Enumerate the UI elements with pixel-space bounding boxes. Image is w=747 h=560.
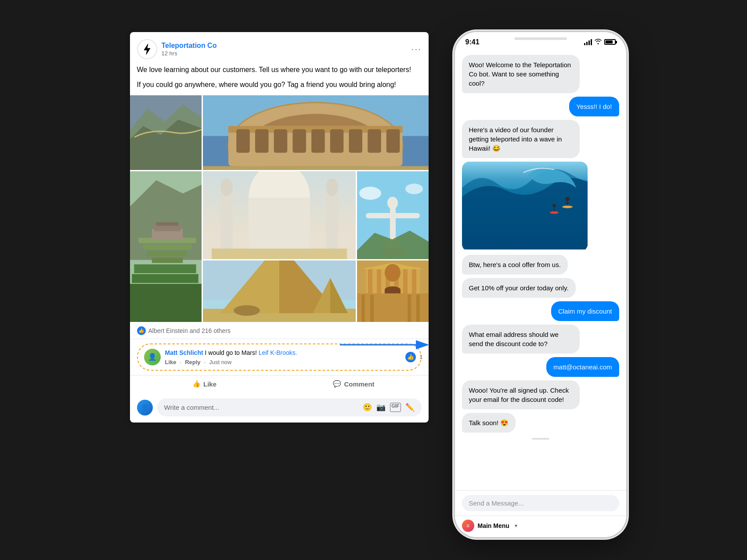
thumbs-up-icon: 👍	[192, 380, 201, 388]
signal-bar-1	[584, 43, 585, 45]
main-menu-icon: ≡	[462, 520, 474, 532]
bot-message-video: Here's a video of our founder getting te…	[462, 120, 580, 158]
scroll-indicator	[532, 438, 549, 440]
svg-rect-26	[326, 189, 338, 250]
svg-point-40	[405, 184, 423, 194]
svg-rect-51	[132, 274, 198, 283]
comment-icon: 💬	[333, 380, 341, 388]
facebook-post: Teleportation Co 12 hrs ··· We love lear…	[130, 32, 429, 423]
sticker-icon[interactable]: ✏️	[405, 403, 415, 412]
phone-time: 9:41	[466, 38, 480, 46]
svg-rect-61	[412, 269, 416, 293]
comment-tag: Leif K-Brooks.	[259, 349, 297, 356]
svg-rect-57	[377, 269, 381, 293]
svg-marker-0	[144, 44, 150, 54]
svg-rect-56	[368, 269, 372, 293]
current-user-avatar: 👤	[137, 400, 153, 415]
svg-point-35	[387, 197, 398, 209]
like-icon: 👍	[137, 326, 146, 335]
pyramid-image	[203, 260, 356, 322]
fb-reactions-bar: 👍 Albert Einstein and 216 others	[130, 322, 429, 339]
comment-like-link[interactable]: Like	[165, 359, 177, 365]
fb-page-avatar	[137, 39, 157, 59]
svg-rect-16	[349, 129, 362, 152]
user-message-email: matt@octaneai.com	[546, 357, 619, 377]
svg-point-78	[234, 305, 260, 316]
svg-point-27	[326, 178, 338, 196]
svg-point-86	[552, 204, 556, 207]
svg-point-25	[220, 178, 233, 196]
comment-reply-link[interactable]: Reply	[185, 359, 200, 365]
comment-actions: Like · Reply · Just now	[165, 359, 415, 365]
bot-message-email-ask: What email address should we send the di…	[462, 325, 580, 354]
fb-post-header: Teleportation Co 12 hrs ···	[137, 39, 422, 59]
svg-rect-13	[292, 129, 306, 152]
svg-point-39	[359, 187, 381, 200]
svg-rect-10	[236, 129, 250, 152]
christ-redeemer-image	[357, 171, 429, 259]
great-wall-image	[130, 95, 202, 170]
camera-icon[interactable]: 📷	[376, 403, 386, 412]
svg-rect-24	[220, 189, 233, 250]
svg-point-65	[385, 286, 401, 293]
svg-rect-46	[152, 257, 183, 263]
comment-content: I would go to Mars!	[205, 349, 259, 356]
emoji-icon[interactable]: 🙂	[363, 403, 372, 412]
phone-status-bar: 9:41	[455, 32, 626, 50]
user-message-claim[interactable]: Claim my discount	[551, 301, 619, 321]
svg-point-82	[565, 197, 570, 201]
svg-point-85	[562, 206, 573, 208]
fb-page-info: Teleportation Co 12 hrs	[137, 39, 217, 59]
comment-like-count: 1	[419, 354, 422, 360]
svg-rect-28	[212, 249, 347, 259]
svg-point-88	[550, 211, 559, 214]
bot-message-offer-1: Btw, here's a cool offer from us.	[462, 255, 568, 275]
fb-action-bar: 👍 Like 💬 Comment	[130, 375, 429, 392]
fb-comment-button[interactable]: 💬 Comment	[279, 376, 429, 392]
fb-like-button[interactable]: 👍 Like	[130, 376, 279, 392]
fb-post-text: We love learning about our customers. Te…	[137, 65, 422, 90]
bot-message-confirm: Wooo! You're all signed up. Check your e…	[462, 380, 580, 409]
fb-comment-input-row: 👤 Write a comment... 🙂 📷 GIF ✏️	[130, 394, 429, 423]
svg-rect-70	[416, 295, 420, 322]
main-menu-bar[interactable]: ≡ Main Menu ▾	[455, 516, 626, 537]
battery-fill	[606, 40, 613, 43]
fb-more-button[interactable]: ···	[411, 44, 422, 54]
gif-icon[interactable]: GIF	[390, 403, 401, 412]
comment-author: Matt Schlicht	[165, 349, 203, 356]
comment-placeholder: Write a comment...	[164, 404, 220, 411]
svg-point-63	[385, 264, 401, 282]
comment-text: Matt Schlicht I would go to Mars! Leif K…	[165, 349, 415, 358]
svg-rect-45	[147, 251, 187, 256]
svg-rect-14	[311, 129, 325, 152]
svg-rect-60	[403, 269, 408, 293]
comment-emoji-icons: 🙂 📷 GIF ✏️	[363, 403, 414, 412]
svg-rect-34	[366, 213, 420, 218]
battery-icon	[604, 39, 616, 45]
signal-bar-2	[586, 42, 588, 45]
signal-bars	[584, 39, 592, 45]
svg-rect-33	[390, 206, 396, 242]
svg-rect-49	[156, 222, 178, 226]
svg-rect-23	[249, 198, 310, 250]
comment-time: Just now	[209, 359, 231, 365]
user-message-yes: Yesss!! I do!	[569, 97, 619, 116]
messenger-chat: Woo! Welcome to the Teleportation Co bot…	[455, 50, 626, 490]
taj-mahal-image	[203, 171, 356, 259]
signal-bar-4	[591, 39, 592, 45]
comment-like-bubble: 👍	[404, 351, 417, 363]
svg-rect-12	[274, 129, 287, 152]
svg-rect-11	[255, 129, 268, 152]
messenger-input[interactable]: Send a Message...	[462, 495, 619, 511]
svg-rect-50	[134, 264, 196, 273]
fb-image-grid	[130, 95, 429, 322]
svg-rect-19	[203, 166, 429, 170]
bot-message-welcome: Woo! Welcome to the Teleportation Co bot…	[462, 55, 580, 93]
petra-image	[357, 260, 429, 322]
status-icons	[584, 38, 616, 46]
comment-input[interactable]: Write a comment... 🙂 📷 GIF ✏️	[157, 398, 422, 416]
reactions-text: Albert Einstein and 216 others	[148, 327, 231, 334]
highlighted-comment: 👤 Matt Schlicht I would go to Mars! Leif…	[137, 343, 422, 371]
svg-rect-52	[130, 284, 202, 322]
fb-page-name[interactable]: Teleportation Co	[162, 41, 217, 50]
